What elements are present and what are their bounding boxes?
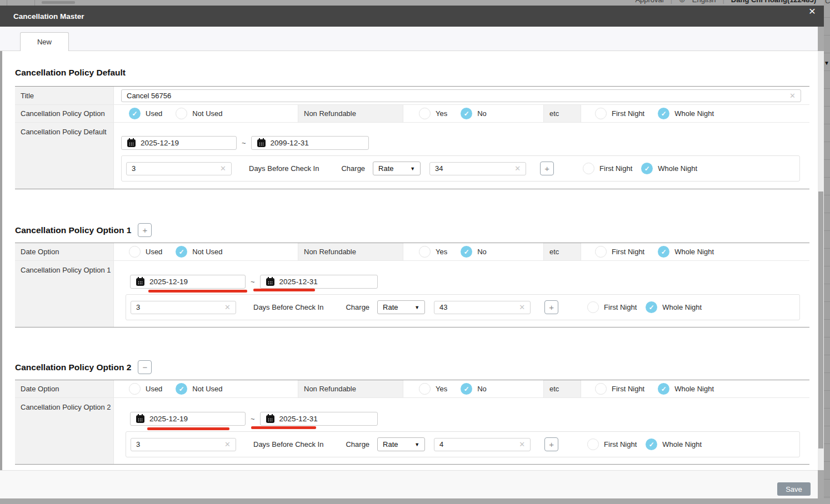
- radio-whole-night[interactable]: ✓: [658, 246, 669, 258]
- date-to-input[interactable]: 2099-12-31: [251, 136, 369, 150]
- radio-first-night[interactable]: [595, 246, 607, 258]
- radio-label: Used: [146, 385, 162, 393]
- radio-used[interactable]: ✓: [129, 108, 141, 119]
- globe-icon: ⊕: [679, 0, 686, 4]
- date-separator: ~: [251, 278, 255, 286]
- radio-first-night[interactable]: [595, 383, 607, 395]
- approval-link: Approval: [635, 0, 663, 4]
- radio-used[interactable]: [129, 246, 141, 258]
- radio-label: Whole Night: [674, 385, 714, 393]
- clear-icon[interactable]: ✕: [519, 440, 525, 448]
- date-to-input[interactable]: 2025-12-31: [260, 412, 378, 426]
- add-section-button[interactable]: +: [138, 223, 152, 237]
- radio-whole-night[interactable]: ✓: [646, 301, 657, 313]
- scroll-down-icon: ▼: [824, 60, 829, 66]
- rate-value: Rate: [383, 303, 398, 311]
- radio-yes[interactable]: [419, 108, 431, 119]
- caret-down-icon: ▼: [414, 305, 419, 310]
- etc-label: etc: [543, 105, 581, 122]
- radio-no[interactable]: ✓: [461, 383, 472, 395]
- rate-select[interactable]: Rate ▼: [377, 300, 425, 314]
- radio-no[interactable]: ✓: [461, 108, 472, 119]
- etc-label: etc: [543, 380, 581, 397]
- amount-value: 34: [435, 164, 443, 173]
- add-rule-button[interactable]: +: [544, 300, 558, 314]
- date-value: 2025-12-31: [279, 278, 318, 286]
- date-from-input[interactable]: 2025-12-19: [121, 136, 237, 150]
- date-from-input[interactable]: 2025-12-19: [130, 275, 246, 289]
- annotation-underline: [253, 289, 315, 291]
- add-rule-button[interactable]: +: [540, 162, 554, 175]
- radio-not-used[interactable]: [176, 108, 187, 119]
- row-label: Date Option: [15, 243, 114, 260]
- radio-label: Yes: [436, 109, 447, 118]
- radio-no[interactable]: ✓: [461, 246, 472, 258]
- add-rule-button[interactable]: +: [544, 437, 558, 451]
- amount-input[interactable]: 4 ✕: [434, 438, 531, 451]
- title-input[interactable]: Cancel 56756 ✕: [121, 89, 801, 102]
- section-heading-default: Cancellation Policy Default: [15, 68, 126, 78]
- days-input[interactable]: 3 ✕: [126, 162, 232, 175]
- table-row-detail: Cancellation Policy Default 2025-12-19 ~…: [15, 123, 809, 189]
- radio-first-night[interactable]: [587, 439, 599, 450]
- background-page-bottom: [0, 498, 830, 504]
- save-button[interactable]: Save: [777, 482, 811, 496]
- calendar-icon: [136, 278, 144, 286]
- clear-icon[interactable]: ✕: [789, 92, 796, 100]
- radio-first-night[interactable]: [595, 108, 607, 119]
- days-input[interactable]: 3 ✕: [131, 301, 236, 314]
- date-from-input[interactable]: 2025-12-19: [130, 412, 246, 426]
- row-label: Title: [15, 87, 114, 104]
- amount-input[interactable]: 43 ✕: [434, 301, 531, 314]
- days-value: 3: [136, 440, 140, 448]
- table-default: Title Cancel 56756 ✕ Cancellation Policy…: [15, 86, 809, 189]
- radio-whole-night[interactable]: ✓: [646, 439, 657, 450]
- table-row-option: Date Option Used ✓ Not Used Non Refundab…: [15, 243, 809, 261]
- radio-first-night[interactable]: [583, 163, 594, 174]
- calendar-icon: [136, 415, 144, 423]
- rate-select[interactable]: Rate ▼: [377, 437, 425, 451]
- date-value: 2025-12-19: [141, 139, 179, 147]
- radio-not-used[interactable]: ✓: [176, 246, 187, 258]
- clear-icon[interactable]: ✕: [224, 303, 231, 311]
- scrollbar-thumb[interactable]: [818, 191, 823, 448]
- background-page-right: C ▼: [824, 0, 830, 504]
- check-icon: ✓: [179, 248, 184, 256]
- modal-header: Cancellation Master: [0, 6, 824, 27]
- check-icon: ✓: [179, 385, 184, 393]
- charge-rule-box: 3 ✕ Days Before Check In Charge Rate ▼ 3…: [121, 155, 800, 182]
- radio-yes[interactable]: [419, 246, 431, 258]
- radio-whole-night[interactable]: ✓: [641, 163, 653, 174]
- radio-whole-night[interactable]: ✓: [658, 108, 669, 119]
- check-icon: ✓: [661, 248, 667, 256]
- radio-first-night[interactable]: [587, 301, 599, 313]
- date-to-input[interactable]: 2025-12-31: [260, 275, 378, 289]
- radio-whole-night[interactable]: ✓: [658, 383, 669, 395]
- modal-body: Cancellation Policy Default Title Cancel…: [2, 51, 818, 470]
- caret-down-icon: ▼: [410, 166, 415, 172]
- rate-value: Rate: [383, 440, 398, 448]
- radio-label: First Night: [612, 385, 644, 393]
- rate-select[interactable]: Rate ▼: [373, 162, 421, 175]
- check-icon: ✓: [464, 248, 469, 256]
- days-before-label: Days Before Check In: [253, 440, 323, 448]
- radio-used[interactable]: [129, 383, 141, 395]
- days-input[interactable]: 3 ✕: [131, 438, 236, 451]
- etc-label: etc: [543, 243, 581, 260]
- rate-value: Rate: [378, 164, 393, 173]
- clear-icon[interactable]: ✕: [220, 164, 226, 173]
- radio-not-used[interactable]: ✓: [176, 383, 187, 395]
- radio-yes[interactable]: [419, 383, 431, 395]
- close-icon[interactable]: ×: [806, 5, 818, 17]
- radio-label: Not Used: [192, 248, 222, 256]
- check-icon: ✓: [661, 110, 667, 118]
- amount-input[interactable]: 34 ✕: [429, 162, 526, 175]
- date-separator: ~: [242, 139, 246, 147]
- radio-label: Not Used: [192, 109, 222, 118]
- clear-icon[interactable]: ✕: [224, 440, 231, 448]
- check-icon: ✓: [464, 110, 469, 118]
- clear-icon[interactable]: ✕: [514, 164, 521, 173]
- tab-new[interactable]: New: [20, 32, 69, 51]
- clear-icon[interactable]: ✕: [519, 303, 525, 311]
- remove-section-button[interactable]: −: [138, 360, 152, 374]
